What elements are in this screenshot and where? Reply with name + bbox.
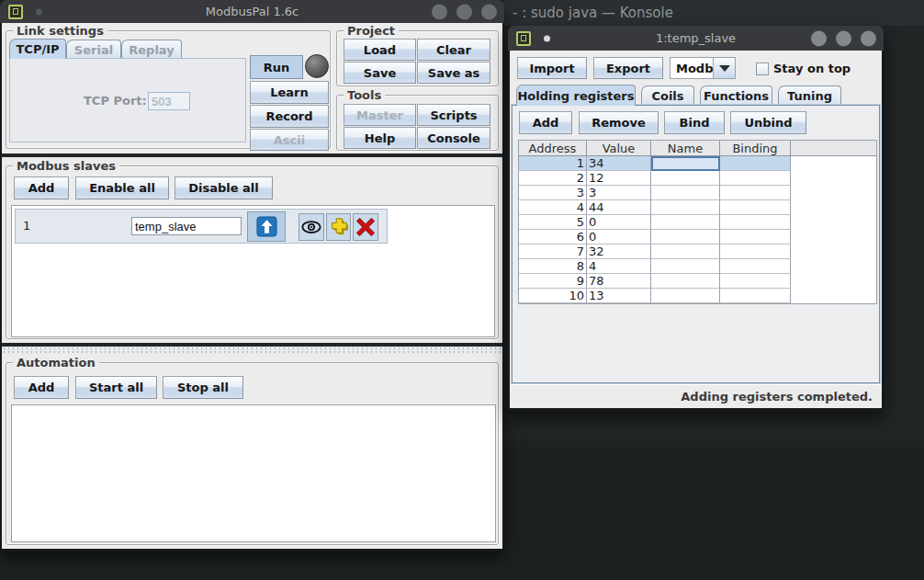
tab-replay[interactable]: Replay (121, 40, 182, 59)
tab-holding-registers[interactable]: Holding registers (516, 85, 636, 106)
slave-view-button[interactable] (299, 213, 324, 241)
table-row[interactable]: 7 32 (519, 245, 791, 259)
cell-address[interactable]: 1 (519, 156, 587, 171)
cell-value[interactable]: 78 (587, 274, 651, 289)
cell-binding[interactable] (720, 186, 791, 200)
export-button[interactable]: Export (593, 57, 663, 79)
register-unbind-button[interactable]: Unbind (730, 111, 806, 134)
cell-address[interactable]: 8 (519, 259, 587, 274)
konsole-titlebar[interactable]: - : sudo java — Konsole (503, 0, 924, 26)
cell-address[interactable]: 9 (519, 274, 587, 289)
stop-all-button[interactable]: Stop all (163, 376, 243, 399)
cell-value[interactable]: 3 (587, 186, 651, 200)
master-button[interactable]: Master (344, 104, 416, 126)
cell-name[interactable] (651, 274, 720, 289)
slave-row[interactable]: 1 (15, 209, 388, 244)
cell-value[interactable]: 34 (587, 156, 651, 171)
cell-binding[interactable] (720, 245, 791, 259)
slave-close-button[interactable] (861, 30, 876, 46)
table-row[interactable]: 9 78 (519, 274, 791, 289)
mode-combobox[interactable]: Modbus (670, 57, 714, 79)
table-row[interactable]: 8 4 (519, 259, 791, 274)
col-binding[interactable]: Binding (720, 141, 791, 156)
table-row[interactable]: 2 12 (519, 171, 791, 186)
register-bind-button[interactable]: Bind (664, 111, 725, 134)
scripts-button[interactable]: Scripts (417, 104, 490, 126)
console-button[interactable]: Console (417, 127, 490, 149)
cell-binding[interactable] (720, 171, 791, 186)
col-name[interactable]: Name (651, 141, 720, 156)
cell-name[interactable] (651, 215, 720, 230)
cell-value[interactable]: 0 (587, 215, 651, 230)
enable-all-button[interactable]: Enable all (75, 176, 169, 199)
cell-value[interactable]: 13 (587, 289, 651, 303)
register-add-button[interactable]: Add (519, 111, 572, 134)
automation-add-button[interactable]: Add (14, 376, 69, 399)
col-address[interactable]: Address (519, 141, 587, 156)
cell-name[interactable] (651, 259, 720, 274)
cell-binding[interactable] (720, 289, 791, 303)
table-row[interactable]: 4 44 (519, 200, 791, 215)
run-button[interactable]: Run (250, 55, 303, 79)
load-button[interactable]: Load (344, 39, 416, 61)
record-button[interactable]: Record (250, 105, 329, 128)
ascii-button[interactable]: Ascii (250, 129, 329, 151)
start-all-button[interactable]: Start all (75, 376, 157, 399)
slave-name-input[interactable] (131, 217, 242, 235)
table-row[interactable]: 1 34 (519, 156, 791, 171)
learn-button[interactable]: Learn (250, 81, 329, 104)
cell-value[interactable]: 0 (587, 230, 651, 245)
cell-value[interactable]: 4 (587, 259, 651, 274)
mode-combobox-arrow-button[interactable] (713, 57, 736, 79)
cell-name[interactable] (651, 200, 720, 215)
cell-name[interactable] (651, 230, 720, 245)
slave-minimize-button[interactable] (811, 30, 827, 46)
cell-binding[interactable] (720, 200, 791, 215)
register-remove-button[interactable]: Remove (579, 111, 659, 134)
minimize-button[interactable] (432, 4, 447, 19)
table-row[interactable]: 5 0 (519, 215, 791, 230)
close-button[interactable] (481, 4, 497, 19)
cell-address[interactable]: 4 (519, 200, 587, 215)
cell-name[interactable] (651, 186, 720, 200)
save-as-button[interactable]: Save as (417, 62, 490, 84)
maximize-button[interactable] (456, 4, 472, 19)
save-button[interactable]: Save (344, 62, 416, 84)
tcp-port-input[interactable] (148, 92, 190, 110)
cell-value[interactable]: 12 (587, 171, 651, 186)
slave-delete-button[interactable] (353, 213, 378, 241)
cell-binding[interactable] (720, 259, 791, 274)
cell-name-focused[interactable] (651, 156, 720, 171)
disable-all-button[interactable]: Disable all (175, 176, 273, 199)
help-button[interactable]: Help (344, 127, 416, 149)
modbuspal-titlebar[interactable]: ModbusPal 1.6c (0, 0, 504, 23)
cell-address[interactable]: 6 (519, 230, 587, 245)
cell-binding[interactable] (720, 215, 791, 230)
tab-tuning[interactable]: Tuning (778, 85, 841, 106)
clear-button[interactable]: Clear (417, 39, 490, 61)
cell-binding[interactable] (720, 274, 791, 289)
cell-address[interactable]: 10 (519, 289, 587, 303)
cell-address[interactable]: 2 (519, 171, 587, 186)
col-value[interactable]: Value (587, 141, 651, 156)
slave-titlebar[interactable]: 1:temp_slave (508, 26, 884, 51)
cell-value[interactable]: 32 (587, 245, 651, 259)
split-divider[interactable] (2, 347, 502, 354)
tab-functions[interactable]: Functions (700, 85, 772, 106)
cell-address[interactable]: 7 (519, 245, 587, 259)
cell-binding[interactable] (720, 156, 791, 171)
cell-address[interactable]: 3 (519, 186, 587, 200)
tab-tcpip[interactable]: TCP/IP (9, 39, 66, 59)
slave-duplicate-button[interactable] (326, 213, 351, 241)
slaves-add-button[interactable]: Add (14, 176, 69, 199)
cell-name[interactable] (651, 289, 720, 303)
table-row[interactable]: 10 13 (519, 289, 791, 303)
slave-enable-toggle[interactable] (247, 211, 286, 242)
import-button[interactable]: Import (517, 57, 587, 79)
cell-address[interactable]: 5 (519, 215, 587, 230)
table-row[interactable]: 6 0 (519, 230, 791, 245)
cell-name[interactable] (651, 171, 720, 186)
cell-value[interactable]: 44 (587, 200, 651, 215)
registers-table-header[interactable]: Address Value Name Binding (519, 141, 876, 156)
tab-coils[interactable]: Coils (641, 85, 694, 106)
